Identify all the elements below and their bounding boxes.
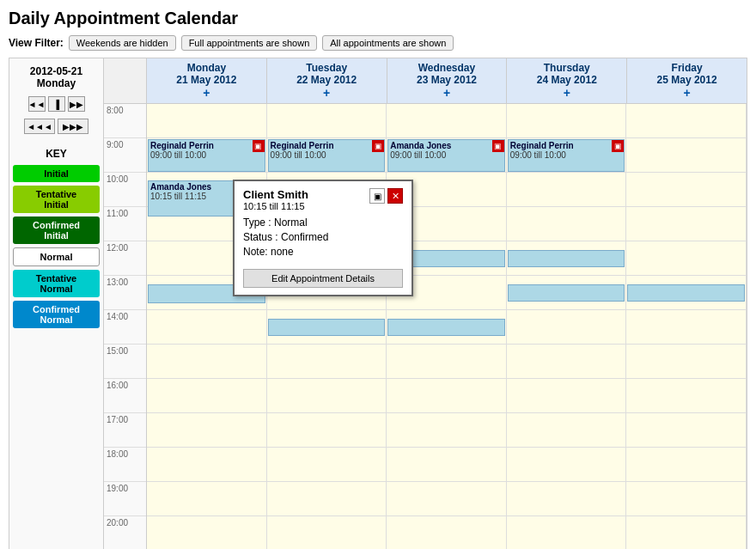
- appt-thu-empty1[interactable]: [508, 250, 625, 267]
- cell-tue-2000[interactable]: [267, 516, 387, 549]
- key-confirmed-initial: ConfirmedInitial: [13, 217, 100, 244]
- day-add-fri[interactable]: +: [629, 86, 745, 100]
- popup-header: Client Smith 10:15 till 11:15 ▣ ✕: [243, 188, 403, 211]
- cell-fri-1500[interactable]: [626, 345, 746, 379]
- cell-fri-1200[interactable]: [626, 241, 746, 276]
- cell-fri-800[interactable]: [626, 104, 746, 138]
- day-add-tue[interactable]: +: [269, 86, 385, 100]
- cell-thu-800[interactable]: [507, 104, 626, 138]
- cell-thu-1700[interactable]: [507, 413, 626, 448]
- edit-appointment-button[interactable]: Edit Appointment Details: [243, 269, 403, 288]
- cell-fri-1000[interactable]: [626, 173, 746, 207]
- day-add-mon[interactable]: +: [149, 86, 265, 100]
- day-col-thu: ▣ Reginald Perrin 09:00 till 10:00: [507, 104, 627, 549]
- cell-mon-1400[interactable]: [147, 310, 266, 345]
- appt-fri-empty1[interactable]: [627, 284, 745, 302]
- cell-thu-1400[interactable]: [507, 310, 626, 345]
- day-add-thu[interactable]: +: [509, 86, 625, 100]
- day-name-mon: Monday: [149, 62, 265, 74]
- cell-thu-1900[interactable]: [507, 482, 626, 516]
- cell-mon-2000[interactable]: [147, 516, 266, 549]
- popup-type: Type : Normal: [243, 217, 403, 229]
- cell-wed-1500[interactable]: [387, 345, 506, 379]
- cell-fri-1800[interactable]: [626, 448, 746, 482]
- filter-full[interactable]: Full appointments are shown: [181, 35, 318, 51]
- appt-tue-empty3[interactable]: [268, 319, 386, 336]
- nav-prev-week[interactable]: ◄◄◄: [24, 119, 55, 134]
- cell-mon-1900[interactable]: [147, 482, 266, 516]
- key-tentative-initial: TentativeInitial: [13, 186, 100, 213]
- key-title: KEY: [13, 148, 100, 160]
- cell-fri-1100[interactable]: [626, 207, 746, 241]
- sidebar: 2012-05-21 Monday ◄◄ ▐ ▶▶ ◄◄◄ ▶▶▶ KEY In…: [9, 58, 104, 549]
- calendar-main: Monday 21 May 2012 + Tuesday 22 May 2012…: [104, 58, 747, 549]
- day-name-fri: Friday: [629, 62, 745, 74]
- cell-tue-800[interactable]: [267, 104, 387, 138]
- cell-thu-1000[interactable]: [507, 173, 626, 207]
- appt-thu-empty2[interactable]: [508, 284, 625, 302]
- cell-wed-1600[interactable]: [387, 379, 506, 413]
- cell-wed-800[interactable]: [387, 104, 506, 138]
- cell-thu-1800[interactable]: [507, 448, 626, 482]
- time-900: 9:00: [104, 138, 146, 173]
- cell-thu-1600[interactable]: [507, 379, 626, 413]
- day-col-tue: ▣ Reginald Perrin 09:00 till 10:00: [267, 104, 387, 549]
- day-add-wed[interactable]: +: [389, 86, 505, 100]
- cell-fri-1700[interactable]: [626, 413, 746, 448]
- cell-tue-1900[interactable]: [267, 482, 387, 516]
- cell-fri-1600[interactable]: [626, 379, 746, 413]
- nav-prev-prev[interactable]: ◄◄: [28, 96, 46, 112]
- cell-mon-1500[interactable]: [147, 345, 266, 379]
- time-col-header: [104, 58, 147, 103]
- page-title: Daily Appointment Calendar: [9, 9, 747, 28]
- cell-tue-1700[interactable]: [267, 413, 387, 448]
- sidebar-date: 2012-05-21 Monday: [30, 65, 82, 89]
- cell-fri-2000[interactable]: [626, 516, 746, 549]
- nav-stop[interactable]: ▐: [48, 96, 65, 112]
- calendar-container: 2012-05-21 Monday ◄◄ ▐ ▶▶ ◄◄◄ ▶▶▶ KEY In…: [9, 58, 747, 549]
- popup-edit-icon[interactable]: ▣: [369, 188, 385, 204]
- filter-weekends[interactable]: Weekends are hidden: [69, 35, 176, 51]
- cell-tue-1600[interactable]: [267, 379, 387, 413]
- cell-fri-1900[interactable]: [626, 482, 746, 516]
- cell-wed-1800[interactable]: [387, 448, 506, 482]
- cell-tue-1800[interactable]: [267, 448, 387, 482]
- cell-fri-1400[interactable]: [626, 310, 746, 345]
- time-2000: 20:00: [104, 516, 146, 549]
- time-1800: 18:00: [104, 448, 146, 482]
- cell-wed-2000[interactable]: [387, 516, 506, 549]
- cell-mon-1700[interactable]: [147, 413, 266, 448]
- cell-mon-800[interactable]: [147, 104, 266, 138]
- day-col-mon: ▣ Reginald Perrin 09:00 till 10:00 ▣ Ama…: [147, 104, 267, 549]
- cell-mon-1800[interactable]: [147, 448, 266, 482]
- cell-mon-1600[interactable]: [147, 379, 266, 413]
- appt-mon-reginald[interactable]: ▣ Reginald Perrin 09:00 till 10:00: [148, 139, 265, 172]
- filter-all[interactable]: All appointments are shown: [322, 35, 454, 51]
- sidebar-nav2: ◄◄◄ ▶▶▶: [24, 119, 88, 134]
- cell-thu-1500[interactable]: [507, 345, 626, 379]
- cell-fri-900[interactable]: [626, 138, 746, 173]
- day-col-wed: ▣ Amanda Jones 09:00 till 10:00: [387, 104, 507, 549]
- cell-tue-1500[interactable]: [267, 345, 387, 379]
- appt-wed-amanda[interactable]: ▣ Amanda Jones 09:00 till 10:00: [387, 139, 505, 172]
- appt-wed-empty2[interactable]: [387, 319, 505, 336]
- cell-wed-1900[interactable]: [387, 482, 506, 516]
- view-filter-bar: View Filter: Weekends are hidden Full ap…: [9, 35, 747, 51]
- day-col-fri: [626, 104, 747, 549]
- time-1300: 13:00: [104, 276, 146, 310]
- appt-tue-reginald[interactable]: ▣ Reginald Perrin 09:00 till 10:00: [268, 139, 386, 172]
- popup-client-name: Client Smith 10:15 till 11:15: [243, 188, 308, 211]
- time-1000: 10:00: [104, 173, 146, 207]
- appt-thu-reginald[interactable]: ▣ Reginald Perrin 09:00 till 10:00: [508, 139, 625, 172]
- popup-status: Status : Confirmed: [243, 231, 403, 243]
- nav-next-week[interactable]: ▶▶▶: [58, 119, 88, 134]
- appt-corner-icon: ▣: [372, 140, 384, 152]
- day-columns: ▣ Reginald Perrin 09:00 till 10:00 ▣ Ama…: [147, 104, 747, 549]
- time-1900: 19:00: [104, 482, 146, 516]
- nav-next-next[interactable]: ▶▶: [68, 96, 85, 112]
- popup-close-icon[interactable]: ✕: [387, 188, 403, 204]
- time-1700: 17:00: [104, 413, 146, 448]
- cell-thu-2000[interactable]: [507, 516, 626, 549]
- cell-thu-1100[interactable]: [507, 207, 626, 241]
- cell-wed-1700[interactable]: [387, 413, 506, 448]
